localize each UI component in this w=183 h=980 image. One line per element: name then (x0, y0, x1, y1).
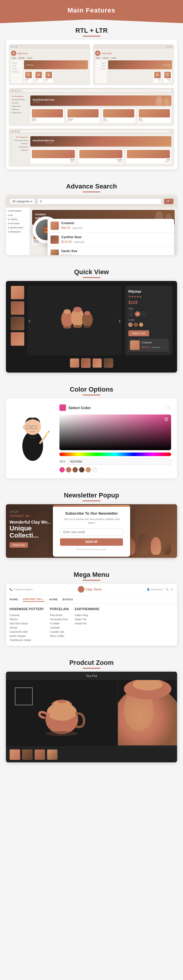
color-preset[interactable] (73, 467, 78, 473)
color-option[interactable] (139, 323, 143, 327)
my-account-link[interactable]: 👤 My Account 🔍 🛒 (147, 588, 173, 591)
menu-item[interactable]: Wine Chiller (50, 634, 68, 638)
hex-input[interactable]: #E0448A (67, 458, 171, 465)
nav-item-books[interactable]: BOOKS (63, 597, 73, 601)
color-preset[interactable] (92, 467, 97, 473)
zoom-thumbnails (6, 746, 177, 762)
size-option[interactable]: L (142, 311, 147, 317)
category-selector[interactable]: All categories ▾ (10, 198, 35, 205)
autocomplete-item[interactable]: Creamer $98.00 $122.00 (48, 219, 174, 233)
prev-arrow[interactable]: ‹ (29, 317, 30, 324)
product-info-panel: Pitcher ★★★★★ $123 Size S M L Color (125, 286, 172, 355)
size-option[interactable]: M (135, 311, 140, 317)
email-input[interactable] (60, 529, 123, 536)
nav-item-home2[interactable]: HOME (49, 597, 58, 601)
color-preset[interactable] (79, 467, 84, 473)
autocomplete-item[interactable]: Garlic Kee $122.00 (48, 247, 174, 255)
menu-item[interactable]: Salt Shot Glass (10, 621, 44, 625)
color-preset[interactable] (66, 467, 71, 473)
menu-item[interactable]: Pitcher (10, 617, 44, 621)
menu-item[interactable]: Casserole Dish (10, 630, 44, 634)
main-header: Main Features (0, 0, 183, 20)
signup-button[interactable]: SIGN UP (60, 538, 123, 546)
menu-item[interactable]: Khurja (10, 625, 44, 630)
mega-menu-section: Mega Menu 📞 Customer Support Clay Terra … (0, 564, 183, 652)
nav-item-ceramic[interactable]: CERAMIC MU... (23, 597, 45, 602)
color-cursor[interactable] (165, 417, 168, 421)
menu-item[interactable]: Handi Pot (75, 621, 100, 625)
zoom-indicator[interactable] (15, 687, 33, 705)
svg-point-4 (97, 52, 99, 54)
svg-point-14 (73, 325, 82, 328)
menu-item[interactable]: Creamer (10, 613, 44, 617)
category-sidebar: Categories All Pottery Porcelain Earthen… (6, 208, 30, 255)
menu-item[interactable]: Terracotta Pots (50, 617, 68, 621)
color-options-box: Select Color × HEX #E0448A (6, 398, 177, 479)
close-color-picker[interactable]: × (166, 405, 171, 410)
menu-item[interactable]: Tumbler (50, 621, 68, 625)
customer-support-link[interactable]: 📞 Customer Support (10, 588, 33, 591)
svg-point-32 (45, 731, 78, 736)
menu-item[interactable]: Water Pot (75, 617, 100, 621)
advance-search-title: Advance Search (66, 183, 117, 192)
zoom-thumbnail[interactable] (47, 749, 57, 760)
color-spectrum-slider[interactable] (59, 453, 171, 456)
svg-point-17 (84, 326, 91, 328)
menu-item[interactable]: Coaster Set (50, 630, 68, 634)
related-product-card: Creamer $98.00 $112.00 (128, 339, 169, 352)
color-option[interactable] (128, 323, 132, 327)
svg-point-0 (13, 52, 15, 54)
color-preset[interactable] (86, 467, 91, 473)
svg-point-23 (23, 425, 26, 430)
newsletter-modal: Subscribe To Our Newsletter Join us to r… (53, 505, 130, 557)
color-swatch[interactable] (59, 404, 66, 411)
color-preset[interactable] (59, 467, 65, 473)
zoom-main-image (6, 680, 118, 746)
menu-column-3: Earthenware Fallen Mug Water Pot Handi P… (75, 608, 100, 642)
product-zoom-box: Tea Pot (6, 672, 177, 762)
quick-view-title: Quick View (74, 268, 109, 278)
menu-item[interactable]: Garlic Keeper (10, 634, 44, 638)
mega-menu-title: Mega Menu (74, 571, 109, 581)
next-arrow[interactable]: › (119, 317, 121, 324)
search-button[interactable]: 🔍 (164, 199, 173, 204)
advance-search-section: Advance Search All categories ▾ d 🔍 Cate… (0, 175, 183, 261)
site-logo[interactable]: Clay Terra (78, 586, 101, 593)
thumbnail-column (11, 286, 24, 355)
zoom-thumbnail[interactable] (22, 749, 33, 760)
rtl-ltr-section: RTL + LTR (0, 20, 183, 175)
rtl-large-browser: All Categories Handmade Pottery Porcelai… (9, 129, 174, 167)
newsletter-box: SHOP CERAMIC MI... Wonderful Clay Wo... … (6, 504, 177, 558)
nav-item-home[interactable]: HOME (10, 597, 18, 601)
zoom-thumbnail[interactable] (35, 749, 45, 760)
svg-point-2 (37, 73, 40, 77)
color-option[interactable] (134, 323, 138, 327)
svg-point-3 (47, 73, 50, 77)
zoom-preview-panel (118, 680, 177, 746)
menu-item[interactable]: Toothbrush Holder (10, 638, 44, 642)
rtl-ltr-box: Clay Terra HOME CERAMIC BOOKS Category P… (6, 40, 177, 169)
search-input[interactable]: d (37, 198, 162, 205)
menu-item[interactable]: Fallen Mug (75, 613, 100, 617)
menu-item[interactable]: Prep Bowl (50, 613, 68, 617)
add-to-cart-button[interactable]: Add to Cart (128, 330, 149, 336)
newsletter-title: Newsletter Popup (64, 492, 119, 501)
svg-point-33 (51, 707, 60, 719)
color-picker[interactable]: Select Color × HEX #E0448A (59, 404, 171, 473)
menu-column-2: Porcelain Prep Bowl Terracotta Pots Tumb… (50, 608, 68, 642)
color-options-title: Color Options (70, 386, 113, 395)
svg-point-10 (64, 309, 71, 314)
bottom-thumbnails (11, 358, 172, 368)
svg-point-16 (84, 311, 90, 315)
zoom-thumbnail[interactable] (10, 749, 20, 760)
quick-view-box: ‹ › Pitcher ★★★★★ $123 Size S M L Color (6, 281, 177, 372)
advance-search-box: All categories ▾ d 🔍 Categories All Pott… (6, 195, 177, 255)
zoom-header: Tea Pot (6, 672, 177, 680)
autocomplete-item[interactable]: Cynthia Vase $518.00 $602.00 (48, 233, 174, 247)
product-zoom-title: Prodcut Zoom (69, 659, 113, 669)
menu-item[interactable]: Canister (50, 625, 68, 630)
mega-menu-box: 📞 Customer Support Clay Terra 👤 My Accou… (6, 584, 177, 646)
menu-column-1: Handmade Pottery Creamer Pitcher Salt Sh… (10, 608, 44, 642)
size-option[interactable]: S (128, 311, 134, 317)
color-gradient-picker[interactable] (59, 414, 171, 450)
